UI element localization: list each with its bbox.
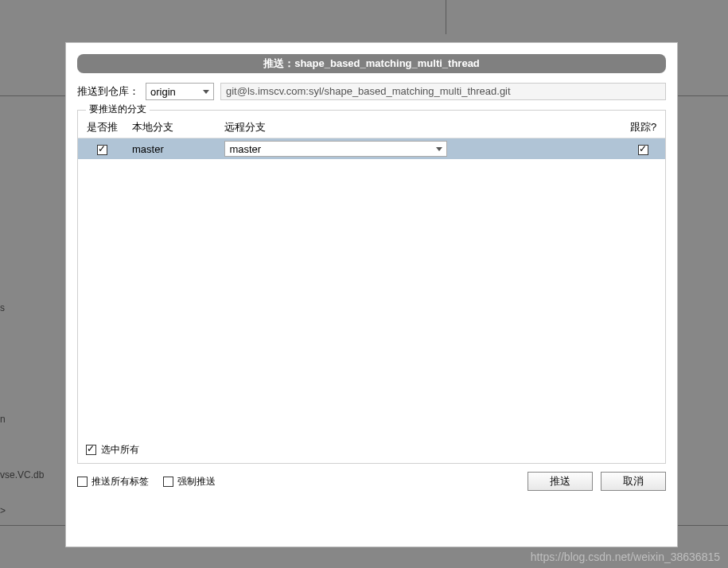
repo-label: 推送到仓库： bbox=[77, 84, 139, 99]
col-header-local[interactable]: 本地分支 bbox=[126, 117, 218, 138]
branches-fieldset: 要推送的分支 是否推 本地分支 远程分支 跟踪? master master bbox=[77, 110, 666, 464]
push-dialog: 推送：shape_based_matching_multi_thread 推送到… bbox=[65, 42, 678, 547]
push-tags-label: 推送所有标签 bbox=[91, 475, 149, 488]
remote-dropdown-value: origin bbox=[150, 86, 176, 98]
remote-branch-select[interactable]: master bbox=[224, 141, 447, 157]
select-all-label: 选中所有 bbox=[101, 443, 139, 457]
select-all-checkbox[interactable] bbox=[86, 445, 96, 455]
force-push-option[interactable]: 强制推送 bbox=[163, 475, 216, 488]
push-checkbox[interactable] bbox=[97, 145, 107, 155]
watermark: https://blog.csdn.net/weixin_38636815 bbox=[531, 550, 720, 563]
dialog-title: 推送：shape_based_matching_multi_thread bbox=[77, 54, 666, 73]
col-header-remote[interactable]: 远程分支 bbox=[218, 117, 621, 138]
push-button[interactable]: 推送 bbox=[528, 472, 593, 491]
track-checkbox[interactable] bbox=[638, 145, 648, 155]
col-header-push[interactable]: 是否推 bbox=[78, 117, 126, 138]
bg-text: s bbox=[0, 302, 5, 313]
force-push-checkbox[interactable] bbox=[163, 477, 173, 487]
chevron-down-icon bbox=[203, 90, 209, 94]
col-header-track[interactable]: 跟踪? bbox=[621, 117, 665, 138]
branch-table: 是否推 本地分支 远程分支 跟踪? master master bbox=[78, 117, 665, 159]
repo-url-field: git@ls.imscv.com:syl/shape_based_matchin… bbox=[220, 83, 666, 100]
fieldset-legend: 要推送的分支 bbox=[86, 103, 150, 116]
force-push-label: 强制推送 bbox=[177, 475, 216, 488]
push-tags-checkbox[interactable] bbox=[77, 477, 88, 487]
select-all-option[interactable]: 选中所有 bbox=[86, 443, 139, 457]
local-branch-cell: master bbox=[126, 138, 218, 160]
cancel-button[interactable]: 取消 bbox=[601, 472, 666, 491]
bg-text: n bbox=[0, 414, 6, 425]
bg-text: > bbox=[0, 505, 6, 516]
push-tags-option[interactable]: 推送所有标签 bbox=[77, 475, 149, 488]
table-row[interactable]: master master bbox=[78, 138, 665, 160]
remote-dropdown[interactable]: origin bbox=[146, 83, 214, 100]
remote-branch-value: master bbox=[229, 143, 261, 155]
bg-text: vse.VC.db bbox=[0, 469, 44, 480]
chevron-down-icon bbox=[436, 147, 442, 151]
